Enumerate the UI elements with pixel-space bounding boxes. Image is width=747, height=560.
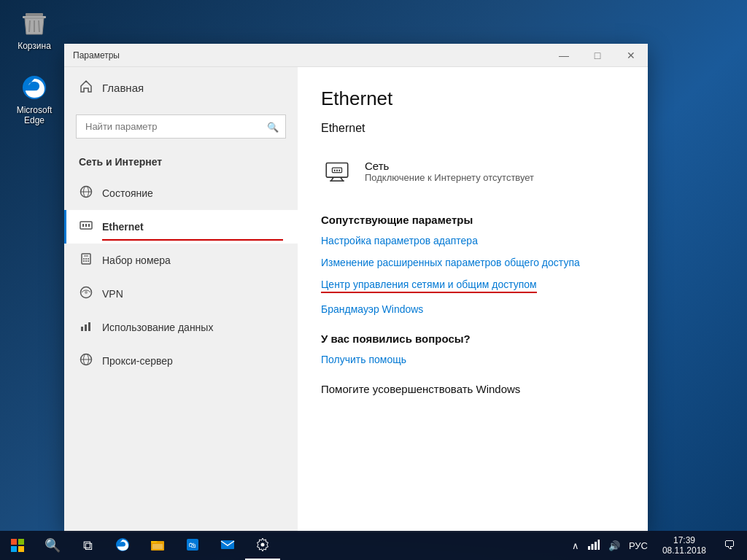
tray-lang[interactable]: РУС — [626, 540, 651, 551]
svg-rect-51 — [597, 540, 600, 550]
minimize-button[interactable]: — — [547, 44, 581, 66]
svg-text:🛍: 🛍 — [189, 541, 196, 549]
window-title: Параметры — [73, 50, 120, 61]
taskbar-store[interactable]: 🛍 — [175, 531, 210, 560]
sidebar-item-data[interactable]: Использование данных — [64, 311, 298, 344]
task-view-button[interactable]: ⧉ — [70, 531, 105, 560]
vpn-icon — [79, 286, 93, 302]
sidebar-item-ethernet[interactable]: Ethernet — [64, 210, 298, 244]
network-card: Сеть Подключение к Интернету отсутствует — [321, 147, 624, 196]
network-icon-box — [321, 155, 353, 187]
title-bar: Параметры — □ ✕ — [64, 44, 648, 67]
svg-rect-34 — [334, 170, 336, 171]
search-icon: 🔍 — [267, 121, 279, 132]
sidebar-item-status[interactable]: Состояние — [64, 176, 298, 210]
page-title: Ethernet — [321, 88, 624, 110]
network-center-link[interactable]: Центр управления сетями и общим доступом — [321, 279, 624, 293]
svg-rect-49 — [591, 544, 593, 550]
sidebar-item-vpn[interactable]: VPN — [64, 277, 298, 311]
network-name: Сеть — [365, 160, 534, 172]
edge-label: Microsoft Edge — [9, 105, 60, 125]
svg-rect-10 — [82, 224, 84, 227]
trash-icon — [20, 9, 49, 38]
svg-point-20 — [88, 260, 89, 262]
svg-rect-37 — [11, 539, 17, 545]
svg-rect-48 — [588, 546, 590, 550]
clock-date: 08.11.2018 — [662, 545, 706, 556]
tray-network-icon[interactable] — [585, 539, 603, 553]
svg-rect-12 — [88, 224, 90, 227]
sidebar-item-proxy[interactable]: Прокси-сервер — [64, 344, 298, 378]
adapter-link[interactable]: Настройка параметров адаптера — [321, 235, 624, 246]
sidebar-item-vpn-label: VPN — [102, 288, 123, 300]
ethernet-icon — [79, 219, 93, 235]
taskbar-mail[interactable] — [210, 531, 245, 560]
proxy-icon — [79, 353, 93, 369]
svg-rect-11 — [85, 224, 87, 227]
dialup-icon — [79, 252, 93, 268]
advanced-link[interactable]: Изменение расширенных параметров общего … — [321, 257, 624, 268]
sidebar-item-data-label: Использование данных — [102, 322, 213, 333]
svg-point-18 — [83, 260, 85, 262]
help-link[interactable]: Получить помощь — [321, 354, 624, 365]
svg-rect-24 — [85, 324, 87, 331]
tray-up-arrow[interactable]: ∧ — [569, 540, 582, 551]
questions-title: У вас появились вопросы? — [321, 332, 624, 345]
taskbar-edge[interactable] — [105, 531, 140, 560]
svg-rect-35 — [336, 170, 338, 171]
window-controls: — □ ✕ — [547, 44, 648, 66]
taskbar-clock[interactable]: 17:39 08.11.2018 — [657, 535, 712, 556]
sidebar-item-status-label: Состояние — [102, 187, 153, 199]
tray-volume-icon[interactable]: 🔊 — [605, 540, 623, 551]
svg-rect-25 — [88, 322, 90, 331]
svg-rect-0 — [26, 13, 43, 16]
taskbar-settings[interactable] — [245, 531, 280, 560]
sidebar: Главная 🔍 Сеть и Интернет — [64, 67, 298, 532]
svg-point-47 — [261, 543, 265, 547]
taskbar-right: ∧ 🔊 РУС 17:39 08.11.2018 🗨 — [569, 531, 747, 560]
desktop-icon-trash[interactable]: Корзина — [9, 9, 60, 51]
data-icon — [79, 319, 93, 335]
search-box: 🔍 — [76, 114, 286, 139]
sidebar-section-title: Сеть и Интернет — [64, 150, 298, 176]
section-subtitle: Ethernet — [321, 122, 624, 135]
svg-point-22 — [85, 291, 88, 294]
network-center-link-text: Центр управления сетями и общим доступом — [321, 279, 537, 293]
desktop-icon-edge[interactable]: Microsoft Edge — [9, 73, 60, 125]
edge-icon — [20, 73, 49, 102]
settings-window: Параметры — □ ✕ Главная — [64, 44, 648, 532]
svg-rect-50 — [595, 542, 597, 550]
svg-rect-38 — [18, 539, 24, 545]
network-info: Сеть Подключение к Интернету отсутствует — [365, 160, 534, 183]
start-button[interactable] — [0, 531, 35, 560]
sidebar-home[interactable]: Главная — [64, 67, 298, 109]
close-button[interactable]: ✕ — [614, 44, 648, 66]
svg-point-17 — [88, 258, 89, 260]
svg-point-15 — [83, 258, 85, 260]
svg-rect-23 — [81, 327, 83, 331]
main-content: Ethernet Ethernet — [298, 67, 648, 532]
search-button[interactable]: 🔍 — [35, 531, 70, 560]
taskbar: 🔍 ⧉ 🛍 — [0, 531, 747, 560]
related-section-heading: Сопутствующие параметры — [321, 214, 624, 226]
sidebar-item-dialup-label: Набор номера — [102, 254, 171, 266]
notification-button[interactable]: 🗨 — [718, 531, 741, 560]
maximize-button[interactable]: □ — [581, 44, 614, 66]
network-status: Подключение к Интернету отсутствует — [365, 172, 534, 183]
svg-line-2 — [29, 20, 30, 32]
search-input[interactable] — [76, 114, 286, 139]
svg-point-19 — [85, 260, 87, 262]
ethernet-underline — [102, 239, 283, 241]
firewall-link[interactable]: Брандмауэр Windows — [321, 303, 624, 315]
window-body: Главная 🔍 Сеть и Интернет — [64, 67, 648, 532]
taskbar-left: 🔍 ⧉ 🛍 — [0, 531, 280, 560]
svg-rect-40 — [18, 546, 24, 552]
clock-time: 17:39 — [673, 535, 695, 545]
svg-rect-39 — [11, 546, 17, 552]
taskbar-tray: ∧ 🔊 РУС — [569, 531, 651, 560]
trash-label: Корзина — [18, 41, 51, 51]
home-icon — [79, 79, 93, 97]
taskbar-explorer[interactable] — [140, 531, 175, 560]
sidebar-item-dialup[interactable]: Набор номера — [64, 244, 298, 277]
svg-rect-43 — [152, 544, 163, 549]
